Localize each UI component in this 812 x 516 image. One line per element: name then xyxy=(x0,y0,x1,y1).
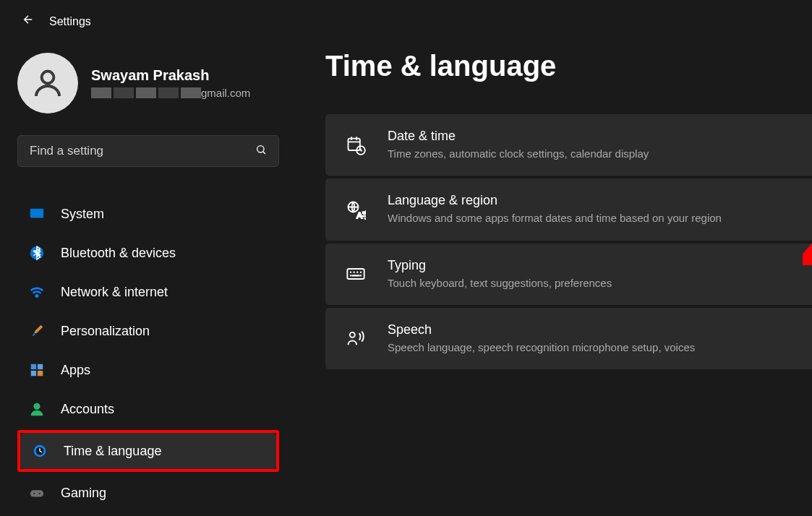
settings-list: Date & time Time zones, automatic clock … xyxy=(325,114,812,369)
profile-block[interactable]: Swayam Prakash gmail.com xyxy=(17,53,279,113)
card-desc: Speech language, speech recognition micr… xyxy=(388,340,695,355)
sidebar-item-label: Time & language xyxy=(64,444,161,459)
speech-icon xyxy=(346,328,366,348)
card-title: Typing xyxy=(388,258,612,273)
search-input[interactable] xyxy=(30,144,255,158)
sidebar-item-label: Personalization xyxy=(61,324,150,339)
sidebar-item-label: System xyxy=(61,207,104,222)
main-content: Time & language Date & time Time zones, … xyxy=(296,43,812,516)
sidebar-item-label: Bluetooth & devices xyxy=(61,246,176,261)
profile-email: gmail.com xyxy=(91,87,250,99)
card-title: Language & region xyxy=(388,193,722,208)
monitor-icon xyxy=(29,206,45,222)
sidebar-item-accounts[interactable]: Accounts xyxy=(17,391,279,427)
svg-rect-7 xyxy=(31,371,36,376)
card-typing[interactable]: Typing Touch keyboard, text suggestions,… xyxy=(325,244,812,305)
svg-rect-6 xyxy=(38,364,43,369)
sidebar-item-label: Gaming xyxy=(61,486,106,501)
svg-point-20 xyxy=(350,332,355,337)
calendar-clock-icon xyxy=(346,135,366,155)
sidebar-item-gaming[interactable]: Gaming xyxy=(17,475,279,511)
svg-rect-2 xyxy=(30,209,43,218)
clock-globe-icon xyxy=(32,443,48,459)
card-desc: Touch keyboard, text suggestions, prefer… xyxy=(388,276,612,291)
sidebar-item-personalization[interactable]: Personalization xyxy=(17,313,279,349)
sidebar-nav: System Bluetooth & devices Network & int… xyxy=(17,196,279,511)
card-language-region[interactable]: A字 Language & region Windows and some ap… xyxy=(325,179,812,240)
card-title: Speech xyxy=(388,322,695,337)
sidebar-item-label: Accounts xyxy=(61,402,114,417)
card-desc: Time zones, automatic clock settings, ca… xyxy=(388,147,649,161)
sidebar-item-apps[interactable]: Apps xyxy=(17,352,279,388)
profile-info: Swayam Prakash gmail.com xyxy=(91,67,250,99)
search-icon xyxy=(255,144,267,158)
search-box[interactable] xyxy=(17,135,279,167)
profile-name: Swayam Prakash xyxy=(91,67,250,84)
annotation-highlight: Time & language xyxy=(17,430,279,472)
svg-point-1 xyxy=(257,146,264,152)
svg-rect-8 xyxy=(38,371,43,376)
globe-translate-icon: A字 xyxy=(346,199,366,220)
sidebar-item-label: Network & internet xyxy=(61,285,168,300)
back-button[interactable] xyxy=(22,13,35,30)
app-header: Settings xyxy=(0,0,812,43)
svg-point-14 xyxy=(39,493,40,494)
sidebar-item-time-language[interactable]: Time & language xyxy=(20,433,276,469)
wifi-icon xyxy=(29,284,45,300)
svg-rect-15 xyxy=(349,138,360,150)
email-suffix: gmail.com xyxy=(201,87,250,99)
email-redacted xyxy=(91,87,201,98)
svg-rect-12 xyxy=(30,490,43,496)
sidebar-item-label: Apps xyxy=(61,363,90,378)
card-speech[interactable]: Speech Speech language, speech recogniti… xyxy=(325,308,812,369)
svg-rect-19 xyxy=(347,269,364,279)
svg-text:A字: A字 xyxy=(356,210,366,220)
page-title: Time & language xyxy=(325,50,812,82)
keyboard-icon xyxy=(346,264,366,284)
sidebar-item-bluetooth[interactable]: Bluetooth & devices xyxy=(17,235,279,271)
svg-point-4 xyxy=(36,295,38,297)
sidebar-item-network[interactable]: Network & internet xyxy=(17,274,279,310)
person-icon xyxy=(29,401,45,417)
svg-point-9 xyxy=(33,403,40,410)
app-title: Settings xyxy=(49,15,91,28)
sidebar: Swayam Prakash gmail.com System xyxy=(0,43,296,516)
svg-point-0 xyxy=(42,72,54,84)
card-date-time[interactable]: Date & time Time zones, automatic clock … xyxy=(325,114,812,176)
card-desc: Windows and some apps format dates and t… xyxy=(388,211,722,225)
brush-icon xyxy=(29,323,45,339)
gamepad-icon xyxy=(29,485,45,501)
bluetooth-icon xyxy=(29,245,45,261)
svg-point-13 xyxy=(33,493,35,494)
svg-rect-5 xyxy=(31,364,36,369)
apps-icon xyxy=(29,362,45,378)
sidebar-item-system[interactable]: System xyxy=(17,196,279,232)
card-title: Date & time xyxy=(388,129,649,144)
avatar xyxy=(17,53,78,113)
